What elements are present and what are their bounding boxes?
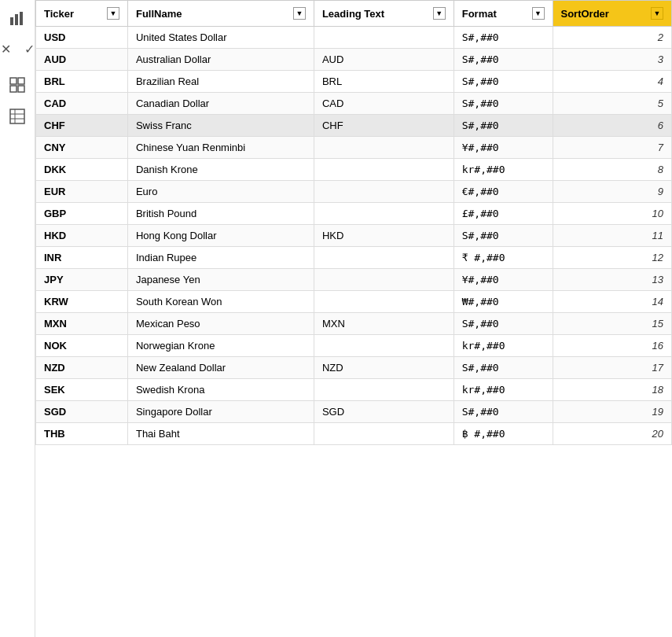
table-row[interactable]: EUREuro€#,##09: [36, 181, 672, 203]
cell-sortorder: 17: [553, 357, 672, 379]
cell-ticker: SEK: [36, 379, 128, 401]
svg-rect-3: [10, 78, 17, 84]
cell-fullname: Japanese Yen: [127, 269, 314, 291]
svg-rect-0: [10, 17, 13, 25]
cell-sortorder: 18: [553, 379, 672, 401]
cell-sortorder: 3: [553, 49, 672, 71]
table-row[interactable]: INRIndian Rupee₹ #,##012: [36, 247, 672, 269]
table-row[interactable]: BRLBrazilian RealBRLS#,##04: [36, 71, 672, 93]
chart-bar-icon[interactable]: [5, 6, 30, 31]
table-row[interactable]: SEKSwedish Kronakr#,##018: [36, 379, 672, 401]
col-leadingtext-label: Leading Text: [322, 8, 384, 20]
table-row[interactable]: KRWSouth Korean Won₩#,##014: [36, 291, 672, 313]
cell-leadingtext: [314, 423, 454, 445]
cell-format: ₩#,##0: [454, 291, 553, 313]
table-view-icon[interactable]: [5, 104, 30, 129]
cell-ticker: INR: [36, 247, 128, 269]
cell-ticker: EUR: [36, 181, 128, 203]
table-row[interactable]: AUDAustralian DollarAUDS#,##03: [36, 49, 672, 71]
table-container[interactable]: Ticker ▼ FullName ▼ Leading Text ▼: [35, 0, 672, 637]
data-table: Ticker ▼ FullName ▼ Leading Text ▼: [35, 0, 672, 445]
cell-sortorder: 8: [553, 159, 672, 181]
cell-format: S#,##0: [454, 27, 553, 49]
main-content: Ticker ▼ FullName ▼ Leading Text ▼: [35, 0, 672, 637]
sortorder-filter-btn[interactable]: ▼: [651, 7, 663, 20]
svg-rect-5: [10, 86, 17, 92]
cell-ticker: AUD: [36, 49, 128, 71]
cell-sortorder: 11: [553, 225, 672, 247]
table-row[interactable]: JPYJapanese Yen¥#,##013: [36, 269, 672, 291]
cell-fullname: Brazilian Real: [127, 71, 314, 93]
col-sortorder: SortOrder ▼: [553, 1, 672, 27]
leadingtext-filter-btn[interactable]: ▼: [433, 7, 446, 20]
cell-sortorder: 15: [553, 313, 672, 335]
cell-format: S#,##0: [454, 313, 553, 335]
cell-format: ¥#,##0: [454, 137, 553, 159]
cell-fullname: New Zealand Dollar: [127, 357, 314, 379]
table-row[interactable]: MXNMexican PesoMXNS#,##015: [36, 313, 672, 335]
cell-ticker: NOK: [36, 335, 128, 357]
table-row[interactable]: HKDHong Kong DollarHKDS#,##011: [36, 225, 672, 247]
cell-leadingtext: [314, 269, 454, 291]
cell-sortorder: 6: [553, 115, 672, 137]
format-filter-btn[interactable]: ▼: [532, 7, 545, 20]
cell-fullname: Mexican Peso: [127, 313, 314, 335]
table-row[interactable]: THBThai Baht฿ #,##020: [36, 423, 672, 445]
cell-leadingtext: [314, 159, 454, 181]
table-row[interactable]: CNYChinese Yuan Renminbi¥#,##07: [36, 137, 672, 159]
cell-sortorder: 5: [553, 93, 672, 115]
cell-fullname: Australian Dollar: [127, 49, 314, 71]
table-row[interactable]: SGDSingapore DollarSGDS#,##019: [36, 401, 672, 423]
table-body: USDUnited States DollarS#,##02AUDAustral…: [36, 27, 672, 445]
toolbar-row: ✕ ✓: [0, 38, 40, 60]
cell-format: kr#,##0: [454, 379, 553, 401]
table-row[interactable]: NOKNorwegian Kronekr#,##016: [36, 335, 672, 357]
cell-leadingtext: SGD: [314, 401, 454, 423]
table-row[interactable]: CHFSwiss FrancCHFS#,##06: [36, 115, 672, 137]
cell-ticker: MXN: [36, 313, 128, 335]
cell-fullname: Hong Kong Dollar: [127, 225, 314, 247]
svg-rect-2: [20, 12, 23, 25]
cell-sortorder: 14: [553, 291, 672, 313]
close-button[interactable]: ✕: [0, 38, 17, 60]
table-row[interactable]: CADCanadian DollarCADS#,##05: [36, 93, 672, 115]
cell-ticker: KRW: [36, 291, 128, 313]
col-leadingtext: Leading Text ▼: [314, 1, 454, 27]
cell-ticker: DKK: [36, 159, 128, 181]
cell-ticker: HKD: [36, 225, 128, 247]
table-row[interactable]: USDUnited States DollarS#,##02: [36, 27, 672, 49]
cell-leadingtext: [314, 181, 454, 203]
cell-ticker: GBP: [36, 203, 128, 225]
cell-fullname: British Pound: [127, 203, 314, 225]
cell-format: S#,##0: [454, 357, 553, 379]
svg-rect-6: [18, 86, 24, 92]
cell-fullname: Euro: [127, 181, 314, 203]
grid-view-icon[interactable]: [5, 72, 30, 98]
cell-fullname: United States Dollar: [127, 27, 314, 49]
cell-format: S#,##0: [454, 71, 553, 93]
cell-format: S#,##0: [454, 225, 553, 247]
cell-format: €#,##0: [454, 181, 553, 203]
cell-sortorder: 16: [553, 335, 672, 357]
col-fullname-label: FullName: [136, 8, 182, 20]
cell-leadingtext: CHF: [314, 115, 454, 137]
fullname-filter-btn[interactable]: ▼: [293, 7, 306, 20]
cell-fullname: Swiss Franc: [127, 115, 314, 137]
cell-ticker: JPY: [36, 269, 128, 291]
cell-format: £#,##0: [454, 203, 553, 225]
col-ticker: Ticker ▼: [36, 1, 128, 27]
cell-format: S#,##0: [454, 49, 553, 71]
table-row[interactable]: DKKDanish Kronekr#,##08: [36, 159, 672, 181]
col-ticker-label: Ticker: [44, 8, 74, 20]
cell-format: ¥#,##0: [454, 269, 553, 291]
cell-ticker: CNY: [36, 137, 128, 159]
cell-leadingtext: [314, 247, 454, 269]
table-row[interactable]: GBPBritish Pound£#,##010: [36, 203, 672, 225]
ticker-filter-btn[interactable]: ▼: [107, 7, 119, 20]
col-format-label: Format: [462, 8, 497, 20]
cell-leadingtext: [314, 137, 454, 159]
cell-sortorder: 20: [553, 423, 672, 445]
cell-sortorder: 19: [553, 401, 672, 423]
cell-fullname: Canadian Dollar: [127, 93, 314, 115]
table-row[interactable]: NZDNew Zealand DollarNZDS#,##017: [36, 357, 672, 379]
